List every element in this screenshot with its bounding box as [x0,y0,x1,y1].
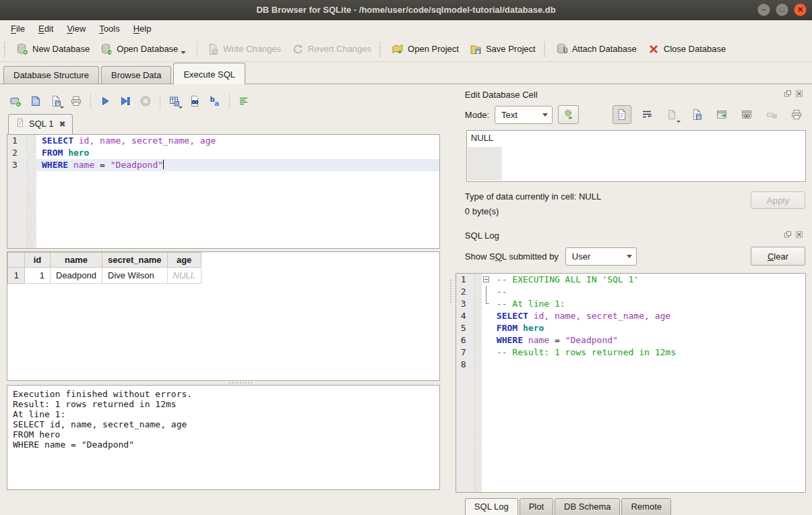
code-line: 2FROM hero [7,147,439,159]
cell-type-info: Type of data currently in cell: NULL [465,191,751,202]
code-line: 5FROM hero [456,322,805,334]
save-results-button[interactable] [166,92,183,110]
main-toolbar: + New Database → Open Database Write Cha… [0,36,812,62]
open-database-dropdown-icon[interactable] [181,51,186,54]
titlebar: DB Browser for SQLite - /home/user/code/… [0,0,812,20]
close-dock-icon[interactable] [794,231,803,240]
cell-value-text: NULL [471,133,493,143]
stop-execution-button [137,92,154,110]
new-sql-tab-button[interactable]: + [7,92,24,110]
new-database-icon: + [16,43,28,55]
save-project-button[interactable]: Save Project [464,40,541,58]
revert-changes-icon [292,43,304,55]
code-line: 7-- Result: 1 rows returned in 12ms [456,346,805,359]
results-grid[interactable]: idnamesecret_nameage11DeadpondDive Wilso… [7,251,440,381]
menu-help[interactable]: Help [127,22,158,36]
svg-text:+: + [16,101,20,107]
table-cell[interactable]: Deadpond [51,268,102,284]
text-mode-button[interactable] [613,105,631,124]
maximize-button[interactable]: □ [776,3,788,16]
new-database-label: New Database [32,44,90,54]
write-changes-icon [207,43,219,55]
find-replace-button[interactable]: ba [206,92,224,110]
execution-message-box[interactable]: Execution finished without errors. Resul… [7,385,440,490]
submitted-by-value: User [572,251,590,262]
code-line: 1SELECT id, name, secret_name, age [7,135,439,147]
table-row[interactable]: 11DeadpondDive WilsonNULL [8,268,201,284]
open-external-button[interactable] [712,105,731,124]
tab-execute-sql[interactable]: Execute SQL [173,63,245,84]
column-header-name[interactable]: name [51,253,102,268]
dock-tab-sql-log[interactable]: SQL Log [465,498,518,515]
close-dock-icon[interactable] [794,90,803,99]
svg-text:→: → [108,49,112,55]
sql-log-editor[interactable]: 1-- EXECUTING ALL IN 'SQL 1'2--3-- At li… [456,273,806,493]
close-button[interactable]: ✕ [794,3,807,16]
menu-file[interactable]: File [4,22,32,36]
sql-tab-icon [15,118,25,129]
dock-tab-plot[interactable]: Plot [520,498,553,515]
svg-text:+: + [23,49,27,55]
column-header-age[interactable]: age [167,253,201,268]
dock-tab-db-schema[interactable]: DB Schema [555,498,620,515]
execute-all-button[interactable] [96,92,114,110]
export-data-button[interactable] [687,105,706,124]
print-sql-button[interactable] [67,92,85,110]
dock-tab-remote[interactable]: Remote [621,498,671,515]
sql-tab-label: SQL 1 [29,119,53,129]
float-dock-icon[interactable] [783,231,792,240]
vertical-splitter[interactable] [447,84,455,515]
word-wrap-button[interactable] [637,105,656,124]
main-tab-bar: Database StructureBrowse DataExecute SQL [0,62,812,84]
open-database-button[interactable]: → Open Database [95,40,193,58]
code-line: 8 [456,359,805,371]
open-project-label: Open Project [408,44,459,54]
close-tab-icon[interactable]: ✖ [59,119,65,129]
clear-log-button[interactable]: Clear [751,247,805,266]
column-header-secret_name[interactable]: secret_name [102,253,168,268]
window-title: DB Browser for SQLite - /home/user/code/… [0,5,812,15]
save-sql-file-button[interactable] [47,92,65,110]
execute-current-line-button[interactable] [117,92,134,110]
close-database-button[interactable]: Close Database [642,40,732,58]
edit-cell-dock-titlebar: Edit Database Cell [456,87,806,102]
row-header[interactable]: 1 [8,268,25,284]
float-dock-icon[interactable] [783,90,792,99]
new-database-button[interactable]: + New Database [11,40,95,58]
menu-view[interactable]: View [60,22,92,36]
attach-database-button[interactable]: Attach Database [551,40,642,58]
submitted-by-select[interactable]: User [565,247,637,266]
sql-editor[interactable]: 1SELECT id, name, secret_name, age2FROM … [7,134,440,249]
tab-browse-data[interactable]: Browse Data [101,66,171,84]
open-sql-file-button[interactable] [27,92,44,110]
column-header-id[interactable]: id [25,253,51,268]
code-line: 1-- EXECUTING ALL IN 'SQL 1' [456,274,805,286]
format-sql-button[interactable] [235,92,253,110]
sql1-tab[interactable]: SQL 1 ✖ [8,114,73,134]
toolbar-grip [4,42,8,57]
svg-text:a: a [214,99,219,107]
save-project-label: Save Project [486,44,536,54]
table-cell[interactable]: Dive Wilson [102,268,168,284]
menu-edit[interactable]: Edit [32,22,60,36]
table-cell[interactable]: 1 [25,268,51,284]
open-project-button[interactable]: Open Project [386,40,464,58]
corner-header[interactable] [8,253,25,268]
cell-value-editor[interactable]: NULL [466,130,806,182]
minimize-button[interactable]: – [757,3,770,16]
print-cell-button[interactable] [787,105,806,124]
mode-select[interactable]: Text [495,106,553,124]
splitter-handle[interactable] [7,381,440,385]
write-changes-label: Write Changes [223,44,281,54]
code-line: 3WHERE name = "Deadpond" [7,159,439,171]
open-project-icon [392,43,404,55]
find-button[interactable] [186,92,204,110]
table-cell[interactable]: NULL [167,268,201,284]
sql-toolbar-separator [229,94,230,109]
copy-link-button[interactable] [737,105,756,124]
auto-switch-mode-button[interactable] [558,105,579,124]
save-project-icon [470,43,482,55]
menu-tools[interactable]: Tools [92,22,126,36]
right-dock: Edit Database Cell Mode: Text [455,84,812,515]
tab-database-structure[interactable]: Database Structure [3,66,99,84]
